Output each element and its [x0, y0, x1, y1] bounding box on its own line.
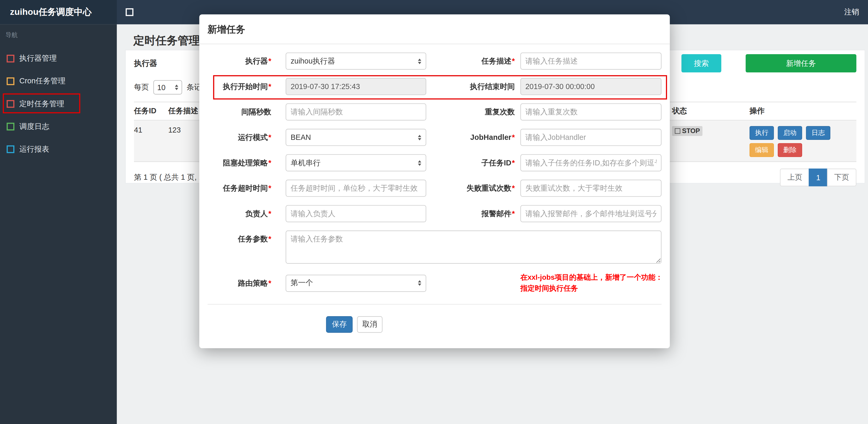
form-row-job-param: 任务参数*	[208, 230, 670, 264]
select-caret-icon	[418, 280, 421, 286]
logout-link[interactable]: 注销	[844, 7, 859, 17]
route-strategy-label: 路由策略*	[208, 274, 271, 292]
red-square-icon	[6, 55, 14, 62]
feature-note: 在xxl-jobs项目的基础上，新增了一个功能： 指定时间执行任务	[520, 272, 662, 294]
timeout-label: 任务超时时间*	[208, 180, 271, 197]
glue-type-label: 运行模式*	[208, 129, 271, 146]
executor-label: 执行器*	[208, 53, 271, 70]
required-mark: *	[268, 184, 271, 192]
select-caret-icon	[175, 85, 178, 90]
header-actions: 操作	[749, 106, 856, 116]
route-strategy-select[interactable]: 第一个	[286, 274, 426, 292]
form-divider	[208, 304, 661, 304]
sidebar-item-label: Cron任务管理	[19, 76, 65, 86]
status-text: STOP	[682, 127, 700, 135]
sidebar-item-label: 调度日志	[19, 121, 49, 131]
alarm-email-label: 报警邮件*	[437, 205, 515, 222]
cell-status: STOP	[672, 126, 749, 136]
sidebar-item-executor-manage[interactable]: 执行器管理	[0, 47, 117, 69]
glue-type-select[interactable]: BEAN	[286, 129, 426, 146]
fail-retry-input[interactable]	[520, 180, 661, 197]
job-handler-label: JobHandler*	[437, 129, 515, 146]
sidebar-nav-header: 导航	[0, 24, 117, 47]
save-button[interactable]: 保存	[326, 316, 353, 333]
per-page-value: 10	[157, 83, 165, 91]
green-square-icon	[6, 122, 14, 130]
modal-title: 新增任务	[208, 24, 245, 35]
sidebar-item-timed-task-manage[interactable]: 定时任务管理	[0, 92, 117, 115]
job-handler-input[interactable]	[520, 129, 661, 146]
form-row-timeout: 任务超时时间* 失败重试次数*	[208, 180, 670, 197]
required-mark: *	[268, 209, 271, 218]
required-mark: *	[268, 235, 271, 243]
orange-square-icon	[6, 77, 14, 85]
block-strategy-select-value: 单机串行	[291, 158, 320, 168]
job-desc-input[interactable]	[520, 53, 661, 70]
run-button[interactable]: 执行	[749, 126, 774, 140]
end-time-label: 执行结束时间	[437, 78, 515, 95]
required-mark: *	[512, 184, 515, 192]
repeat-count-input[interactable]	[520, 103, 661, 121]
menu-toggle-icon[interactable]	[126, 8, 133, 16]
stop-square-icon	[675, 128, 680, 134]
modal-header: 新增任务	[199, 14, 670, 44]
alarm-email-input[interactable]	[520, 205, 661, 222]
cell-job-id: 41	[134, 126, 168, 134]
required-mark: *	[268, 133, 271, 141]
child-job-id-input[interactable]	[520, 154, 661, 171]
edit-button[interactable]: 编辑	[749, 143, 774, 157]
per-page-select[interactable]: 10	[153, 80, 182, 95]
fail-retry-label: 失败重试次数*	[437, 180, 515, 197]
form-row-interval: 间隔秒数 重复次数	[208, 103, 670, 121]
header-job-id: 任务ID	[134, 106, 168, 116]
status-stop-badge: STOP	[672, 126, 703, 136]
interval-input[interactable]	[286, 103, 426, 121]
next-page-button[interactable]: 下页	[827, 168, 857, 186]
executor-select[interactable]: zuihou执行器	[286, 53, 426, 70]
job-param-label: 任务参数*	[208, 230, 271, 248]
form-row-author: 负责人* 报警邮件*	[208, 205, 670, 222]
executor-filter-label: 执行器	[134, 58, 157, 68]
prev-page-button[interactable]: 上页	[780, 168, 810, 186]
modal-footer-buttons: 保存 取消	[326, 316, 670, 333]
required-mark: *	[512, 159, 515, 167]
required-mark: *	[268, 159, 271, 167]
start-time-label: 执行开始时间*	[208, 78, 271, 95]
block-strategy-select[interactable]: 单机串行	[286, 154, 426, 171]
interval-label: 间隔秒数	[208, 103, 271, 121]
sidebar-item-label: 定时任务管理	[19, 99, 64, 108]
per-page-label: 每页	[134, 82, 149, 92]
delete-button[interactable]: 删除	[778, 143, 802, 157]
child-job-id-label: 子任务ID*	[437, 154, 515, 171]
current-page-button[interactable]: 1	[809, 168, 828, 186]
end-time-input[interactable]	[520, 78, 661, 95]
select-caret-icon	[418, 160, 421, 165]
cell-actions: 执行 启动 日志 编辑 删除	[749, 126, 856, 157]
route-strategy-select-value: 第一个	[291, 278, 313, 288]
brand-title[interactable]: zuihou任务调度中心	[0, 0, 117, 24]
select-caret-icon	[418, 135, 421, 140]
start-time-input[interactable]	[286, 78, 426, 95]
blue-square-icon	[6, 145, 14, 153]
sidebar-item-run-report[interactable]: 运行报表	[0, 137, 117, 160]
search-button[interactable]: 搜索	[681, 54, 721, 72]
required-mark: *	[268, 279, 271, 287]
header-status: 状态	[672, 106, 749, 116]
add-task-button[interactable]: 新增任务	[746, 54, 857, 72]
sidebar-item-cron-task-manage[interactable]: Cron任务管理	[0, 69, 117, 92]
required-mark: *	[268, 82, 271, 91]
sidebar-item-dispatch-log[interactable]: 调度日志	[0, 115, 117, 137]
repeat-count-label: 重复次数	[437, 103, 515, 121]
required-mark: *	[268, 57, 271, 65]
log-button[interactable]: 日志	[806, 126, 830, 140]
cancel-button[interactable]: 取消	[357, 316, 383, 333]
job-param-textarea[interactable]	[286, 230, 661, 264]
feature-note-line1: 在xxl-jobs项目的基础上，新增了一个功能：	[520, 272, 662, 283]
required-mark: *	[512, 209, 515, 218]
form-row-route-strategy: 路由策略* 第一个 在xxl-jobs项目的基础上，新增了一个功能： 指定时间执…	[208, 272, 670, 294]
add-task-modal: 新增任务 执行器* zuihou执行器 任务描述* 执行开始时间* 执行结束时间	[199, 14, 670, 348]
start-button[interactable]: 启动	[778, 126, 802, 140]
action-buttons-line-1: 执行 启动 日志	[749, 126, 853, 140]
timeout-input[interactable]	[286, 180, 426, 197]
author-input[interactable]	[286, 205, 426, 222]
